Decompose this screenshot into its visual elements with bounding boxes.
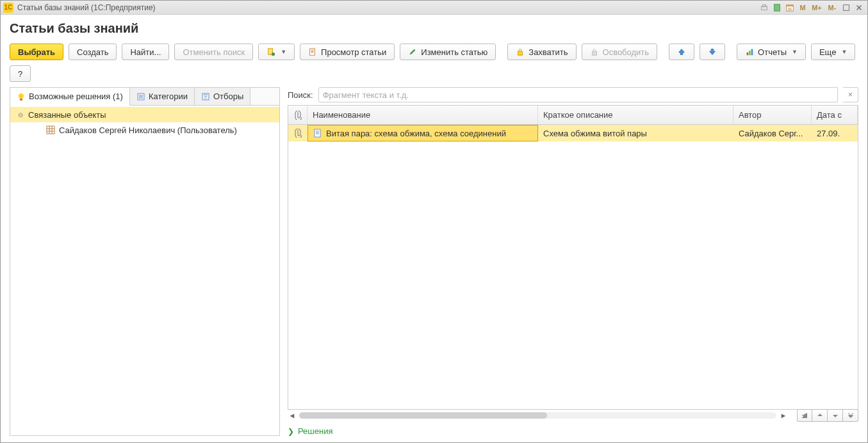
- tab-filters[interactable]: Отборы: [195, 88, 250, 105]
- window-title: Статьи базы знаний (1С:Предприятие): [17, 3, 156, 12]
- tree-item[interactable]: Сайдаков Сергей Николаевич (Пользователь…: [10, 122, 279, 138]
- tab-solutions[interactable]: Возможные решения (1): [10, 88, 130, 106]
- svg-rect-0: [762, 6, 767, 10]
- svg-rect-1: [762, 4, 766, 6]
- svg-rect-9: [310, 49, 315, 56]
- collapse-icon[interactable]: ⊖: [17, 111, 24, 118]
- arrow-down-icon: [708, 47, 717, 56]
- select-button[interactable]: Выбрать: [10, 44, 63, 60]
- pencil-icon: [408, 47, 417, 56]
- find-button[interactable]: Найти...: [122, 44, 169, 60]
- tab-label: Отборы: [213, 92, 243, 101]
- attach-dropdown-button[interactable]: ▼: [258, 44, 295, 60]
- tab-categories[interactable]: Категории: [130, 88, 195, 105]
- scroll-right-icon[interactable]: ►: [779, 411, 788, 420]
- tab-label: Категории: [149, 92, 188, 101]
- edit-article-button[interactable]: Изменить статью: [400, 44, 496, 60]
- release-button: Освободить: [582, 44, 658, 60]
- svg-text:31: 31: [788, 6, 792, 10]
- tree: ⊖ Связанные объекты Сайдаков Сергей Нико…: [10, 106, 279, 435]
- svg-rect-20: [315, 129, 320, 137]
- svg-point-15: [19, 93, 24, 99]
- search-input[interactable]: [318, 87, 838, 102]
- help-button[interactable]: ?: [10, 65, 31, 82]
- column-author[interactable]: Автор: [733, 106, 812, 124]
- close-icon[interactable]: [853, 3, 865, 13]
- grid-icon: [46, 125, 55, 134]
- nav-last-button[interactable]: [843, 409, 858, 422]
- cancel-search-button: Отменить поиск: [174, 44, 253, 60]
- cell-date: 27.09.: [812, 125, 858, 141]
- print-icon[interactable]: [758, 3, 770, 13]
- svg-rect-14: [751, 49, 753, 56]
- column-date[interactable]: Дата с: [812, 106, 858, 124]
- nav-buttons: [797, 409, 858, 422]
- table: Наименование Краткое описание Автор Дата…: [288, 105, 858, 410]
- svg-rect-10: [518, 51, 523, 55]
- list-icon: [136, 92, 145, 101]
- arrow-up-icon: [677, 47, 686, 56]
- scroll-thumb[interactable]: [299, 412, 547, 419]
- svg-point-8: [272, 52, 275, 56]
- column-attachment[interactable]: [288, 106, 307, 124]
- table-body: Витая пара: схема обжима, схема соединен…: [288, 125, 858, 409]
- document-icon: [313, 129, 322, 138]
- tree-group[interactable]: ⊖ Связанные объекты: [10, 107, 279, 122]
- cell-name: Витая пара: схема обжима, схема соединен…: [307, 125, 538, 141]
- lock-icon: [516, 47, 525, 56]
- horizontal-scroll: ◄ ►: [288, 410, 858, 421]
- cell-author: Сайдаков Серг...: [733, 125, 812, 141]
- cell-desc: Схема обжима витой пары: [538, 125, 733, 141]
- capture-button[interactable]: Захватить: [507, 44, 576, 60]
- create-button[interactable]: Создать: [69, 44, 117, 60]
- more-button[interactable]: Еще▼: [811, 44, 855, 60]
- reports-button[interactable]: Отчеты ▼: [737, 44, 806, 60]
- right-panel: Поиск: × Наименование Краткое описание А…: [288, 87, 858, 436]
- table-row[interactable]: Витая пара: схема обжима, схема соединен…: [288, 125, 858, 141]
- down-button[interactable]: [700, 44, 725, 60]
- view-article-button[interactable]: Просмотр статьи: [300, 44, 395, 60]
- svg-rect-13: [749, 51, 751, 55]
- document-icon: [308, 47, 317, 56]
- nav-next-button[interactable]: [828, 409, 843, 422]
- search-clear-button[interactable]: ×: [843, 87, 858, 102]
- chevron-down-icon: ▼: [792, 49, 798, 55]
- footer-link-label: Решения: [298, 426, 332, 436]
- toolbar: Выбрать Создать Найти... Отменить поиск …: [10, 44, 858, 82]
- scroll-track[interactable]: [299, 412, 776, 419]
- main-area: Возможные решения (1) Категории Отборы ⊖…: [10, 87, 858, 436]
- calendar-icon[interactable]: 31: [784, 3, 796, 13]
- nav-first-button[interactable]: [797, 409, 812, 422]
- svg-rect-11: [592, 51, 596, 55]
- page-title: Статьи базы знаний: [10, 21, 858, 36]
- chevron-right-icon: ❯: [288, 427, 294, 436]
- m-plus-icon[interactable]: M+: [810, 3, 824, 13]
- chevron-down-icon: ▼: [281, 49, 286, 55]
- m-icon[interactable]: M: [797, 3, 808, 13]
- search-label: Поиск:: [288, 90, 313, 100]
- scroll-left-icon[interactable]: ◄: [288, 411, 297, 420]
- chevron-down-icon: ▼: [841, 49, 847, 55]
- footer-link[interactable]: ❯ Решения: [288, 426, 858, 436]
- cell-attachment: [288, 125, 307, 141]
- m-minus-icon[interactable]: M-: [825, 3, 839, 13]
- filter-icon: [201, 92, 210, 101]
- column-name[interactable]: Наименование: [307, 106, 538, 124]
- maximize-icon[interactable]: [840, 3, 852, 13]
- tab-label: Возможные решения (1): [29, 92, 123, 101]
- tabs: Возможные решения (1) Категории Отборы: [10, 88, 279, 106]
- application-window: 1C Статьи базы знаний (1С:Предприятие) 3…: [0, 0, 868, 443]
- tree-group-label: Связанные объекты: [28, 110, 106, 120]
- svg-rect-2: [774, 4, 780, 11]
- bulb-icon: [17, 92, 26, 101]
- up-button[interactable]: [669, 44, 694, 60]
- nav-prev-button[interactable]: [812, 409, 828, 422]
- search-row: Поиск: ×: [288, 87, 858, 102]
- content-area: Статьи базы знаний Выбрать Создать Найти…: [1, 15, 867, 442]
- column-desc[interactable]: Краткое описание: [538, 106, 733, 124]
- tree-item-label: Сайдаков Сергей Николаевич (Пользователь…: [59, 125, 237, 135]
- svg-rect-16: [20, 99, 22, 101]
- left-panel: Возможные решения (1) Категории Отборы ⊖…: [10, 87, 280, 436]
- calculator-icon[interactable]: [771, 3, 783, 13]
- svg-rect-6: [844, 4, 849, 10]
